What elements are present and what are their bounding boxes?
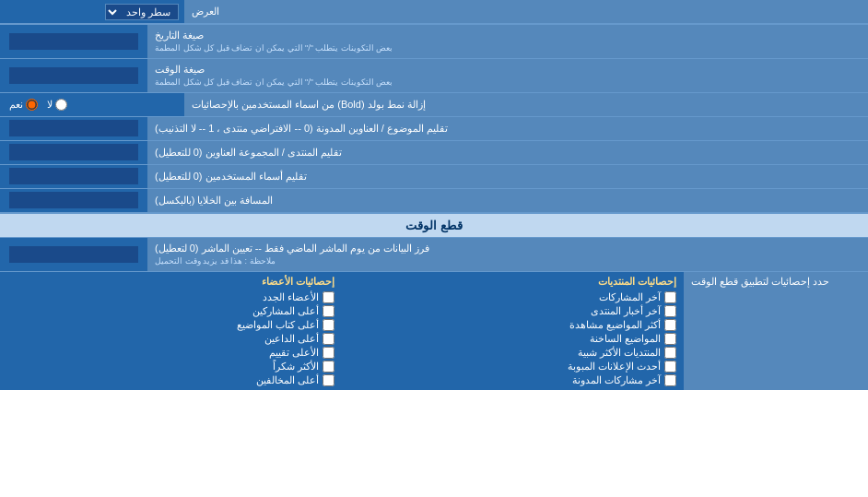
time-format-label: صيغة الوقت بعض التكوينات يتطلب "/" التي … <box>147 59 868 92</box>
topic-title-limit-row: تقليم الموضوع / العناوين المدونة (0 -- ا… <box>0 117 868 141</box>
radio-yes-label[interactable]: نعم <box>9 99 38 111</box>
checkbox-most-thanked[interactable] <box>323 361 334 373</box>
check-item-m4[interactable]: أعلى الداعين <box>7 333 334 345</box>
stats-limit-label: حدد إحصائيات لتطبيق قطع الوقت <box>684 272 868 390</box>
username-limit-label: تقليم أسماء المستخدمين (0 للتعطيل) <box>147 165 868 188</box>
radio-no-label[interactable]: لا <box>47 99 67 111</box>
header-input[interactable]: سطر واحد سطرين ثلاثة أسطر <box>0 0 184 24</box>
cell-spacing-row: المسافة بين الخلايا (بالبكسل) 2 <box>0 189 868 213</box>
check-item-m6[interactable]: الأكثر شكراً <box>7 361 334 373</box>
topic-title-limit-input-cell[interactable]: 33 <box>0 117 147 140</box>
checkbox-top-inviters[interactable] <box>323 333 334 345</box>
check-item-m3[interactable]: أعلى كتاب المواضيع <box>7 319 334 331</box>
checkbox-top-violators[interactable] <box>323 374 334 386</box>
checkbox-latest-ads[interactable] <box>664 361 676 373</box>
time-format-input-cell[interactable]: H:i <box>0 59 147 92</box>
forum-stats-col: إحصائيات المنتديات آخر المشاركات آخر أخب… <box>342 272 684 390</box>
date-format-row: صيغة التاريخ بعض التكوينات يتطلب "/" الت… <box>0 25 868 59</box>
bold-remove-label: إزالة نمط بولد (Bold) من اسماء المستخدمي… <box>184 93 868 116</box>
date-format-input-cell[interactable]: d-m <box>0 25 147 58</box>
time-format-row: صيغة الوقت بعض التكوينات يتطلب "/" التي … <box>0 59 868 93</box>
topic-title-limit-label: تقليم الموضوع / العناوين المدونة (0 -- ا… <box>147 117 868 140</box>
stats-checkboxes-row: حدد إحصائيات لتطبيق قطع الوقت إحصائيات ا… <box>0 272 868 390</box>
cell-spacing-input-cell[interactable]: 2 <box>0 189 147 212</box>
col2-header: إحصائيات الأعضاء <box>7 276 334 288</box>
checkbox-most-similar[interactable] <box>664 347 676 359</box>
date-format-label: صيغة التاريخ بعض التكوينات يتطلب "/" الت… <box>147 25 868 58</box>
page-title: العرض <box>192 6 219 18</box>
member-stats-col: إحصائيات الأعضاء الأعضاء الجدد أعلى المش… <box>0 272 342 390</box>
header-label: العرض <box>184 0 868 24</box>
display-select-wrapper[interactable]: سطر واحد سطرين ثلاثة أسطر <box>105 4 179 20</box>
checkbox-top-rated[interactable] <box>323 347 334 359</box>
bold-remove-radio-cell[interactable]: نعم لا <box>0 93 184 116</box>
stats-columns-container: إحصائيات المنتديات آخر المشاركات آخر أخب… <box>0 272 684 390</box>
checkbox-new-members[interactable] <box>323 291 334 303</box>
username-limit-input[interactable]: 0 <box>9 168 138 184</box>
check-item-3[interactable]: أكثر المواضيع مشاهدة <box>349 319 676 331</box>
cut-time-data-input-cell[interactable]: 0 <box>0 238 147 271</box>
forum-header-limit-input-cell[interactable]: 33 <box>0 141 147 164</box>
cut-time-data-row: فرز البيانات من يوم الماشر الماضي فقط --… <box>0 238 868 272</box>
main-container: العرض سطر واحد سطرين ثلاثة أسطر صيغة الت… <box>0 0 868 390</box>
cell-spacing-input[interactable]: 2 <box>9 192 138 208</box>
cut-time-data-label: فرز البيانات من يوم الماشر الماضي فقط --… <box>147 238 868 271</box>
check-item-4[interactable]: المواضيع الساخنة <box>349 333 676 345</box>
bold-remove-row: إزالة نمط بولد (Bold) من اسماء المستخدمي… <box>0 93 868 117</box>
check-item-1[interactable]: آخر المشاركات <box>349 291 676 303</box>
checkbox-blog-posts[interactable] <box>664 374 676 386</box>
radio-yes[interactable] <box>26 99 38 111</box>
cut-time-data-input[interactable]: 0 <box>9 246 138 263</box>
checkbox-top-posters[interactable] <box>323 305 334 317</box>
checkbox-last-posts[interactable] <box>664 291 676 303</box>
time-format-input[interactable]: H:i <box>9 67 138 84</box>
checkbox-hot-topics[interactable] <box>664 333 676 345</box>
check-item-m7[interactable]: أعلى المخالفين <box>7 374 334 386</box>
check-item-m2[interactable]: أعلى المشاركين <box>7 305 334 317</box>
cell-spacing-label: المسافة بين الخلايا (بالبكسل) <box>147 189 868 212</box>
forum-header-limit-label: تقليم المنتدى / المجموعة العناوين (0 للت… <box>147 141 868 164</box>
forum-header-limit-input[interactable]: 33 <box>9 144 138 160</box>
check-item-6[interactable]: أحدث الإعلانات المبوبة <box>349 361 676 373</box>
check-item-m5[interactable]: الأعلى تقييم <box>7 347 334 359</box>
username-limit-row: تقليم أسماء المستخدمين (0 للتعطيل) 0 <box>0 165 868 189</box>
forum-header-limit-row: تقليم المنتدى / المجموعة العناوين (0 للت… <box>0 141 868 165</box>
checkbox-top-writers[interactable] <box>323 319 334 331</box>
username-limit-input-cell[interactable]: 0 <box>0 165 147 188</box>
checkbox-most-viewed[interactable] <box>664 319 676 331</box>
top-header-row: العرض سطر واحد سطرين ثلاثة أسطر <box>0 0 868 25</box>
radio-no[interactable] <box>55 99 67 111</box>
check-item-m1[interactable]: الأعضاء الجدد <box>7 291 334 303</box>
checkbox-forum-news[interactable] <box>664 305 676 317</box>
topic-title-limit-input[interactable]: 33 <box>9 120 138 136</box>
check-item-5[interactable]: المنتديات الأكثر شبية <box>349 347 676 359</box>
date-format-input[interactable]: d-m <box>9 33 138 50</box>
col1-header: إحصائيات المنتديات <box>349 276 676 288</box>
check-item-7[interactable]: آخر مشاركات المدونة <box>349 374 676 386</box>
check-item-2[interactable]: آخر أخبار المنتدى <box>349 305 676 317</box>
display-select[interactable]: سطر واحد سطرين ثلاثة أسطر <box>105 4 179 20</box>
cut-time-section-header: قطع الوقت <box>0 213 868 238</box>
